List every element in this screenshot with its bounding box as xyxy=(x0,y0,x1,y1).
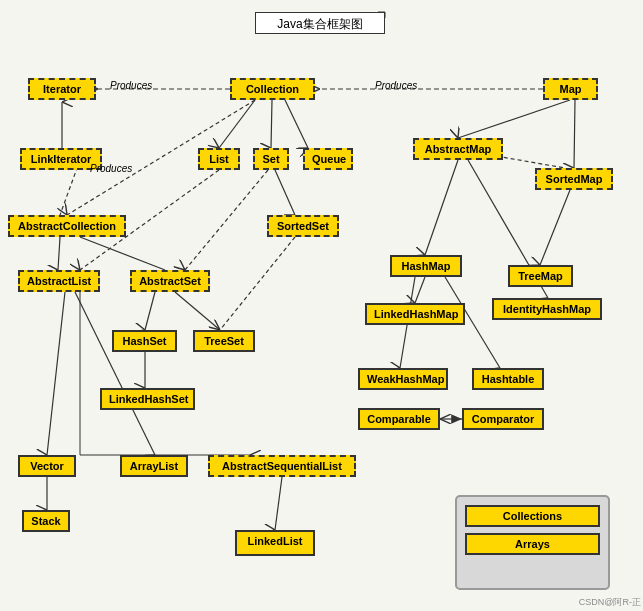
legend-collections: Collections xyxy=(465,505,600,527)
svg-line-21 xyxy=(540,190,570,265)
node-abstractcollection: AbstractCollection xyxy=(8,215,126,237)
node-identityhashmap: IdentityHashMap xyxy=(492,298,602,320)
svg-line-10 xyxy=(458,100,570,138)
svg-line-23 xyxy=(220,237,295,330)
watermark: CSDN@阿R-正 xyxy=(579,596,641,609)
node-comparable: Comparable xyxy=(358,408,440,430)
svg-line-9 xyxy=(285,100,308,148)
node-abstractmap: AbstractMap xyxy=(413,138,503,160)
node-hashtable: Hashtable xyxy=(472,368,544,390)
node-arraylist: ArrayList xyxy=(120,455,188,477)
legend-box: Collections Arrays xyxy=(455,495,610,590)
svg-line-32 xyxy=(75,292,155,455)
svg-line-33 xyxy=(47,292,65,455)
diagram: Java集合框架图 Iterator Collection Map Produc… xyxy=(0,0,643,611)
svg-line-26 xyxy=(415,277,425,303)
node-list: List xyxy=(198,148,240,170)
node-set: Set xyxy=(253,148,289,170)
node-treeset: TreeSet xyxy=(193,330,255,352)
node-sortedmap: SortedMap xyxy=(535,168,613,190)
node-collection: Collection xyxy=(230,78,315,100)
svg-line-25 xyxy=(175,292,220,330)
node-vector: Vector xyxy=(18,455,76,477)
node-linkedhashmap: LinkedHashMap xyxy=(365,303,465,325)
node-abstractset: AbstractSet xyxy=(130,270,210,292)
svg-line-8 xyxy=(271,100,272,148)
svg-line-7 xyxy=(219,100,255,148)
title-text: Java集合框架图 xyxy=(277,17,362,31)
node-map: Map xyxy=(543,78,598,100)
svg-line-15 xyxy=(80,237,165,270)
svg-line-14 xyxy=(58,237,60,270)
node-queue: Queue xyxy=(303,148,353,170)
node-stack: Stack xyxy=(22,510,70,532)
svg-line-11 xyxy=(574,100,575,168)
node-linkedhashset: LinkedHashSet xyxy=(100,388,195,410)
node-weakhashmap: WeakHashMap xyxy=(358,368,448,390)
node-hashset: HashSet xyxy=(112,330,177,352)
node-comparator: Comparator xyxy=(462,408,544,430)
node-iterator: Iterator xyxy=(28,78,96,100)
node-treemap: TreeMap xyxy=(508,265,573,287)
svg-line-18 xyxy=(275,170,295,215)
svg-line-17 xyxy=(185,170,268,270)
svg-line-24 xyxy=(145,292,155,330)
node-abstractlist: AbstractList xyxy=(18,270,100,292)
title-node: Java集合框架图 xyxy=(255,12,385,34)
node-abstractsequentiallist: AbstractSequentialList xyxy=(208,455,356,477)
node-hashmap: HashMap xyxy=(390,255,462,277)
node-linkedlist: LinkedList xyxy=(235,530,315,556)
produces-label-2: Produces xyxy=(375,80,417,91)
svg-line-35 xyxy=(275,477,282,530)
produces-label-1: Produces xyxy=(110,80,152,91)
produces-label-3: Produces xyxy=(90,163,132,174)
legend-arrays: Arrays xyxy=(465,533,600,555)
svg-line-19 xyxy=(425,160,458,255)
node-sortedset: SortedSet xyxy=(267,215,339,237)
